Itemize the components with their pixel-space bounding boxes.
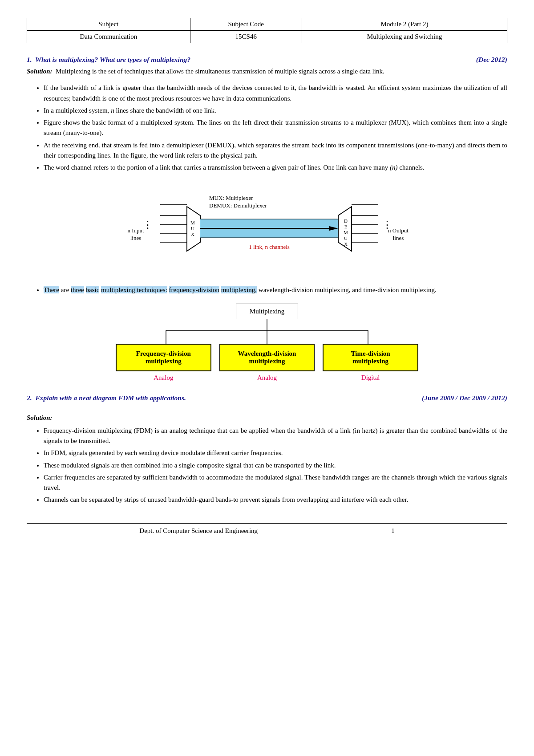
header-module-label: Module 2 (Part 2) — [302, 18, 507, 31]
header-code-label: Subject Code — [190, 18, 302, 31]
question2-solution-label: Solution: — [27, 413, 507, 423]
question1-solution-intro: Solution: Multiplexing is the set of tec… — [27, 66, 507, 77]
list-item: If the bandwidth of a link is greater th… — [44, 83, 507, 104]
tree-top-box: Multiplexing — [236, 304, 298, 319]
svg-text:M: M — [190, 220, 195, 225]
tree-label-tdm: Digital — [323, 374, 418, 382]
svg-text:lines: lines — [393, 235, 404, 241]
list-item: These modulated signals are then combine… — [44, 460, 507, 471]
list-item: Channels can be separated by strips of u… — [44, 495, 507, 505]
list-item: The word channel refers to the portion o… — [44, 163, 507, 173]
question1-text: 1. What is multiplexing? What are types … — [27, 56, 190, 64]
tree-box-wdm: Wavelength-divisionmultiplexing — [219, 344, 315, 371]
tree-box-tdm: Time-divisionmultiplexing — [323, 344, 418, 371]
header-subject-value: Data Communication — [27, 31, 190, 43]
list-item: In FDM, signals generated by each sendin… — [44, 448, 507, 458]
svg-text:1 link, n channels: 1 link, n channels — [249, 244, 290, 250]
header-code-value: 15CS46 — [190, 31, 302, 43]
question2-date: (June 2009 / Dec 2009 / 2012) — [422, 394, 507, 402]
list-item-techniques: There are three basic multiplexing techn… — [44, 285, 507, 295]
question2-heading: 2. Explain with a neat diagram FDM with … — [27, 394, 507, 402]
list-item: Frequency-division multiplexing (FDM) is… — [44, 426, 507, 447]
mux-diagram-container: ⋮ M U X D E M U X ⋮ MUX: Multiplexer — [111, 180, 423, 278]
list-item: At the receiving end, that stream is fed… — [44, 140, 507, 161]
question2-bullets: Frequency-division multiplexing (FDM) is… — [44, 426, 507, 505]
mux-types-diagram: Multiplexing Frequency-divisionmultiplex… — [116, 304, 418, 382]
question2-text: 2. Explain with a neat diagram FDM with … — [27, 394, 186, 402]
question1-bullets: If the bandwidth of a link is greater th… — [44, 83, 507, 173]
svg-text:D: D — [344, 218, 348, 224]
svg-text:n Output: n Output — [388, 227, 409, 234]
svg-text:n Input: n Input — [127, 227, 144, 234]
header-table: Subject Subject Code Module 2 (Part 2) D… — [27, 18, 507, 43]
header-module-value: Multiplexing and Switching — [302, 31, 507, 43]
svg-text:M: M — [344, 230, 348, 235]
svg-text:MUX: Multiplexer: MUX: Multiplexer — [209, 195, 253, 201]
footer-page: 1 — [391, 527, 395, 535]
svg-text:⋮: ⋮ — [143, 219, 153, 230]
tree-label-fdm: Analog — [116, 374, 211, 382]
list-item: Figure shows the basic format of a multi… — [44, 118, 507, 138]
list-item: Carrier frequencies are separated by suf… — [44, 472, 507, 493]
tree-label-wdm: Analog — [219, 374, 315, 382]
tree-label-row: Analog Analog Digital — [116, 374, 418, 382]
footer-dept: Dept. of Computer Science and Engineerin… — [139, 527, 258, 535]
svg-text:X: X — [191, 232, 194, 237]
question1-heading: 1. What is multiplexing? What are types … — [27, 56, 507, 64]
mux-diagram-svg: ⋮ M U X D E M U X ⋮ MUX: Multiplexer — [111, 180, 423, 278]
tree-connector-svg — [116, 319, 418, 344]
svg-text:X: X — [344, 241, 348, 247]
list-item: In a multiplexed system, n lines share t… — [44, 106, 507, 116]
footer: Dept. of Computer Science and Engineerin… — [27, 523, 507, 535]
header-subject-label: Subject — [27, 18, 190, 31]
tree-bottom-row: Frequency-divisionmultiplexing Wavelengt… — [116, 344, 418, 371]
svg-text:DEMUX: Demultiplexer: DEMUX: Demultiplexer — [209, 202, 267, 209]
svg-text:E: E — [344, 224, 348, 229]
svg-text:U: U — [191, 226, 194, 231]
question1-last-bullet-list: There are three basic multiplexing techn… — [44, 285, 507, 295]
tree-box-fdm: Frequency-divisionmultiplexing — [116, 344, 211, 371]
svg-text:U: U — [344, 236, 348, 241]
tree-top-row: Multiplexing — [116, 304, 418, 319]
svg-text:lines: lines — [130, 235, 142, 241]
question1-date: (Dec 2012) — [476, 56, 507, 64]
